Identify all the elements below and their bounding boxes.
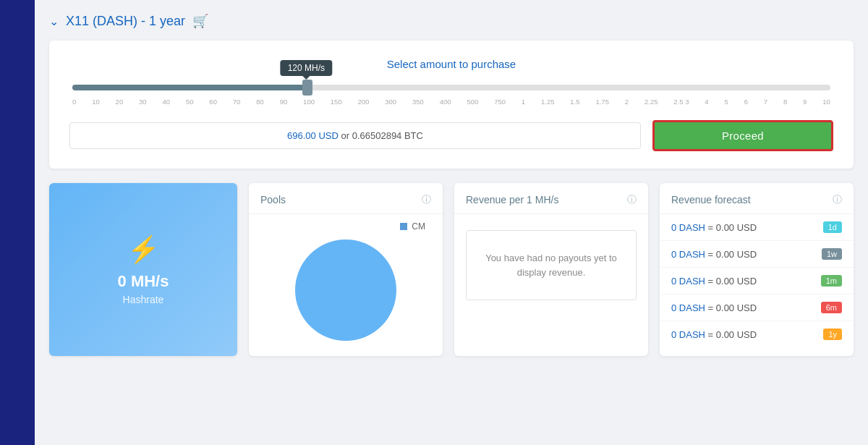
pools-info-icon[interactable]: ⓘ <box>422 193 431 206</box>
forecast-row-1d: 0 DASH = 0.00 USD 1d <box>660 214 854 241</box>
revenue-per-mh-widget: Revenue per 1 MH/s ⓘ You have had no pay… <box>454 183 648 356</box>
forecast-rows: 0 DASH = 0.00 USD 1d 0 DASH = 0.00 USD 1… <box>660 214 854 347</box>
purchase-card: Select amount to purchase 120 MH/s 0 10 … <box>49 41 854 169</box>
widgets-row: ⚡ 0 MH/s Hashrate Pools ⓘ CM <box>49 183 854 356</box>
purchase-card-title: Select amount to purchase <box>69 58 833 70</box>
slider-container: 120 MH/s <box>69 85 833 90</box>
pools-widget-header: Pools ⓘ <box>249 183 443 214</box>
forecast-row-1w: 0 DASH = 0.00 USD 1w <box>660 241 854 268</box>
forecast-value-1m: 0 DASH = 0.00 USD <box>671 276 757 287</box>
forecast-row-1m: 0 DASH = 0.00 USD 1m <box>660 268 854 294</box>
price-usd: 696.00 USD <box>287 130 339 141</box>
forecast-value-1y: 0 DASH = 0.00 USD <box>671 329 757 340</box>
forecast-badge-1y: 1y <box>823 329 842 340</box>
forecast-row-6m: 0 DASH = 0.00 USD 6m <box>660 294 854 321</box>
hashrate-label: Hashrate <box>123 294 164 305</box>
slider-tooltip: 120 MH/s <box>281 60 332 76</box>
legend-color-cm <box>400 223 407 230</box>
proceed-button[interactable]: Proceed <box>652 120 833 151</box>
pools-legend: CM <box>400 221 425 232</box>
revenue-header: Revenue per 1 MH/s ⓘ <box>454 183 648 214</box>
forecast-badge-1m: 1m <box>821 275 842 287</box>
pools-widget: Pools ⓘ CM <box>249 183 443 356</box>
chevron-icon: ⌄ <box>49 14 59 28</box>
slider-track <box>72 85 830 90</box>
page-title-bar: ⌄ X11 (DASH) - 1 year 🛒 <box>49 13 854 29</box>
forecast-badge-1w: 1w <box>822 248 842 260</box>
price-display: 696.00 USD or 0.66502894 BTC <box>69 122 641 149</box>
forecast-info-icon[interactable]: ⓘ <box>833 193 842 206</box>
price-or: or <box>341 130 352 141</box>
pools-title: Pools <box>260 194 286 205</box>
sidebar <box>0 0 35 445</box>
cart-icon: 🛒 <box>192 13 208 29</box>
pools-pie-chart <box>292 236 400 344</box>
main-content: ⌄ X11 (DASH) - 1 year 🛒 Select amount to… <box>35 0 868 445</box>
revenue-info-icon[interactable]: ⓘ <box>627 193 637 206</box>
revenue-forecast-widget: Revenue forecast ⓘ 0 DASH = 0.00 USD 1d … <box>660 183 854 356</box>
purchase-actions: 696.00 USD or 0.66502894 BTC Proceed <box>69 120 833 151</box>
hashrate-value: 0 MH/s <box>118 272 169 291</box>
forecast-value-6m: 0 DASH = 0.00 USD <box>671 302 757 313</box>
revenue-title: Revenue per 1 MH/s <box>466 194 558 205</box>
forecast-badge-6m: 6m <box>821 302 842 313</box>
forecast-value-1w: 0 DASH = 0.00 USD <box>671 249 757 260</box>
svg-point-0 <box>295 240 396 341</box>
page-title-text: X11 (DASH) - 1 year <box>66 14 185 29</box>
forecast-value-1d: 0 DASH = 0.00 USD <box>671 222 757 233</box>
pools-pie-wrapper: CM <box>249 214 443 356</box>
no-payout-box: You have had no payouts yet to display r… <box>466 230 637 300</box>
slider-thumb[interactable] <box>302 80 312 96</box>
hashrate-widget: ⚡ 0 MH/s Hashrate <box>49 183 237 356</box>
price-btc: 0.66502894 BTC <box>352 130 423 141</box>
scale-marks: 0 10 20 30 40 50 60 70 80 90 100 150 200… <box>69 96 833 106</box>
revenue-content: You have had no payouts yet to display r… <box>454 214 648 310</box>
forecast-badge-1d: 1d <box>823 221 842 233</box>
bolt-icon: ⚡ <box>127 234 160 265</box>
forecast-row-1y: 0 DASH = 0.00 USD 1y <box>660 321 854 347</box>
forecast-header: Revenue forecast ⓘ <box>660 183 854 214</box>
legend-label-cm: CM <box>412 221 425 232</box>
forecast-title: Revenue forecast <box>671 194 751 205</box>
slider-fill <box>72 85 307 90</box>
